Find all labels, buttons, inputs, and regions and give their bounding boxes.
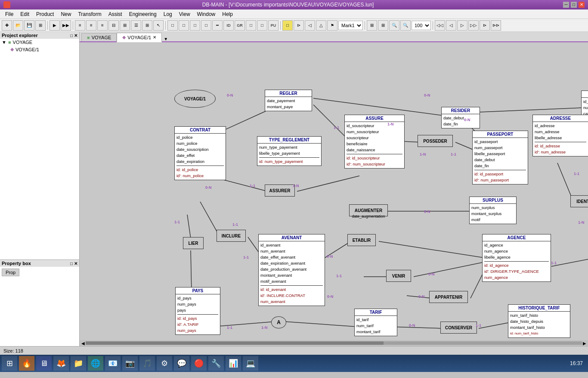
mark-button[interactable]: ⚑ <box>327 20 337 31</box>
minimize-button[interactable]: ─ <box>563 2 569 8</box>
color4-button[interactable]: △ <box>316 20 326 31</box>
db2-button[interactable]: ⊞ <box>378 20 388 31</box>
taskbar-btn-1[interactable]: 🔥 <box>19 356 34 371</box>
entity-contrat[interactable]: CONTRAT id_police num_police date_souscr… <box>174 126 226 180</box>
relation-a[interactable]: A <box>271 316 286 328</box>
taskbar-btn-9[interactable]: ⚙ <box>157 356 172 371</box>
close-button[interactable]: ✕ <box>579 2 585 8</box>
entity-resider[interactable]: RESIDER date_debut date_fin <box>441 107 480 128</box>
tab-voyage[interactable]: ■ VOYAGE <box>81 33 117 41</box>
entity-type-reglement[interactable]: TYPE_REGLEMENT num_type_payement libelle… <box>257 136 322 166</box>
gr-button[interactable]: GR <box>235 20 245 31</box>
new-button[interactable]: ✚ <box>2 20 12 31</box>
entity-agence[interactable]: AGENCE id_agence num_agence libelle_agen… <box>482 234 551 282</box>
pe-close-icon[interactable]: ✕ <box>74 33 77 38</box>
restore-button[interactable]: □ <box>571 2 577 8</box>
nav6-button[interactable]: ⊳⊳ <box>491 20 501 31</box>
taskbar-btn-6[interactable]: 📧 <box>105 356 121 371</box>
table-button[interactable]: ⊞ <box>142 20 152 31</box>
nav3-button[interactable]: ▷ <box>457 20 467 31</box>
relation-conserver[interactable]: CONSERVER <box>440 322 477 334</box>
entity-regler[interactable]: REGLER date_payement montant_paye <box>265 90 312 111</box>
menu-help[interactable]: Help <box>219 10 236 18</box>
mark-selector[interactable]: Mark1 <box>338 21 363 30</box>
nav4-button[interactable]: ▷▷ <box>468 20 479 31</box>
pu-button[interactable]: PU <box>268 20 279 31</box>
tree-item-voyage[interactable]: ▼ ■ VOYAGE <box>0 39 79 46</box>
relation-venir[interactable]: VENIR <box>386 270 411 282</box>
taskbar-btn-5[interactable]: 🌐 <box>88 356 103 371</box>
indent-button[interactable]: ⊟ <box>108 20 119 31</box>
tab-voyage1-close[interactable]: ✕ <box>153 35 156 40</box>
taskbar-btn-14[interactable]: 💻 <box>243 356 258 371</box>
item2-button[interactable]: □ <box>257 20 267 31</box>
line-button[interactable]: ━ <box>212 20 223 31</box>
cursor-button[interactable]: ↖ <box>153 20 164 31</box>
zoom-in-button[interactable]: 🔍 <box>400 20 411 31</box>
menu-new[interactable]: New <box>57 10 74 18</box>
relation-identifier[interactable]: IDENTIFIER <box>570 195 588 207</box>
entity-avenant[interactable]: AVENANT id_avenant num_avenant date_effe… <box>258 234 325 306</box>
diagram-canvas[interactable]: VOYAGE/1 REGLER date_payement montant_pa… <box>80 42 588 340</box>
taskbar-btn-4[interactable]: 📁 <box>71 356 86 371</box>
color2-button[interactable]: ⊳ <box>294 20 304 31</box>
tab-dropdown[interactable]: ▼ <box>164 37 168 41</box>
color1-button[interactable]: □ <box>282 20 293 31</box>
entity-passeport[interactable]: PASSEPORT id_passeport num_passeport lib… <box>472 131 528 184</box>
menu-product[interactable]: Product <box>33 10 57 18</box>
relation-etablir[interactable]: ETABLIR <box>347 234 376 246</box>
scroll-left-icon[interactable]: ◀ <box>81 341 85 346</box>
nav1-button[interactable]: ◁◁ <box>435 20 445 31</box>
nav2-button[interactable]: ◁ <box>446 20 456 31</box>
list-button[interactable]: ☰ <box>131 20 141 31</box>
run-all-button[interactable]: ▶▶ <box>61 20 71 31</box>
taskbar-btn-2[interactable]: 🖥 <box>36 356 52 371</box>
scroll-right-icon[interactable]: ▶ <box>583 341 586 346</box>
relation-assurer[interactable]: ASSURER <box>265 184 295 197</box>
save-button[interactable]: 💾 <box>24 20 34 31</box>
pb-close-icon[interactable]: ✕ <box>74 261 77 266</box>
outdent-button[interactable]: ⊞ <box>120 20 130 31</box>
align-right-button[interactable]: ≡ <box>97 20 108 31</box>
save-all-button[interactable]: ⊞ <box>35 20 46 31</box>
pe-restore-icon[interactable]: □ <box>70 33 73 38</box>
entity-historique-tarif[interactable]: HISTORIQUE_TARIF num_tarif_histo date_hi… <box>508 304 570 338</box>
db-button[interactable]: ⊞ <box>367 20 377 31</box>
entity-adresse[interactable]: ADRESSE id_adresse num_adresse libelle_a… <box>532 115 588 156</box>
rect-button[interactable]: □ <box>167 20 178 31</box>
menu-log[interactable]: Log <box>160 10 176 18</box>
run-button[interactable]: ▶ <box>50 20 60 31</box>
pb-restore-icon[interactable]: □ <box>70 261 73 266</box>
start-button[interactable]: ⊞ <box>2 356 17 371</box>
nav5-button[interactable]: ⊳ <box>480 20 490 31</box>
ellipse-voyage1[interactable]: VOYAGE/1 <box>174 90 216 108</box>
align-left-button[interactable]: ≡ <box>75 20 85 31</box>
tab-voyage1[interactable]: ◆ VOYAGE/1 ✕ <box>117 33 162 42</box>
menu-edit[interactable]: Edit <box>17 10 33 18</box>
rect3-button[interactable]: □ <box>190 20 200 31</box>
relation-lier[interactable]: LIER <box>183 237 204 249</box>
open-button[interactable]: 📂 <box>13 20 23 31</box>
taskbar-btn-8[interactable]: 🎵 <box>139 356 155 371</box>
zoom-selector[interactable]: 100 <box>412 21 431 30</box>
tree-item-voyage1[interactable]: ◆ VOYAGE/1 <box>0 46 79 53</box>
menu-view[interactable]: View <box>176 10 194 18</box>
rect2-button[interactable]: □ <box>179 20 189 31</box>
menu-engineering[interactable]: Engineering <box>126 10 160 18</box>
relation-posseder[interactable]: POSSEDER <box>418 135 453 147</box>
color3-button[interactable]: ◁ <box>305 20 315 31</box>
horizontal-scrollbar[interactable]: ◀ ▶ <box>80 340 588 346</box>
entity-tarif[interactable]: TARIF id_tarif num_tarif montant_tarif <box>354 309 397 336</box>
window-controls[interactable]: ─ □ ✕ <box>563 2 585 8</box>
entity-pays[interactable]: PAYS id_pays num_pays pays id: id_pays i… <box>175 287 220 335</box>
taskbar-btn-12[interactable]: 🔧 <box>208 356 224 371</box>
relation-appartenir[interactable]: APPARTENIR <box>429 291 468 303</box>
entity-surplus[interactable]: SURPLUS num_surplus montant_surplus moti… <box>469 197 517 224</box>
align-center-button[interactable]: ≡ <box>86 20 96 31</box>
rect4-button[interactable]: □ <box>201 20 211 31</box>
taskbar-btn-13[interactable]: 📊 <box>226 356 241 371</box>
taskbar-btn-10[interactable]: 💬 <box>174 356 189 371</box>
zoom-out-button[interactable]: 🔍 <box>389 20 399 31</box>
id-button[interactable]: ID <box>223 20 234 31</box>
menu-window[interactable]: Window <box>194 10 219 18</box>
